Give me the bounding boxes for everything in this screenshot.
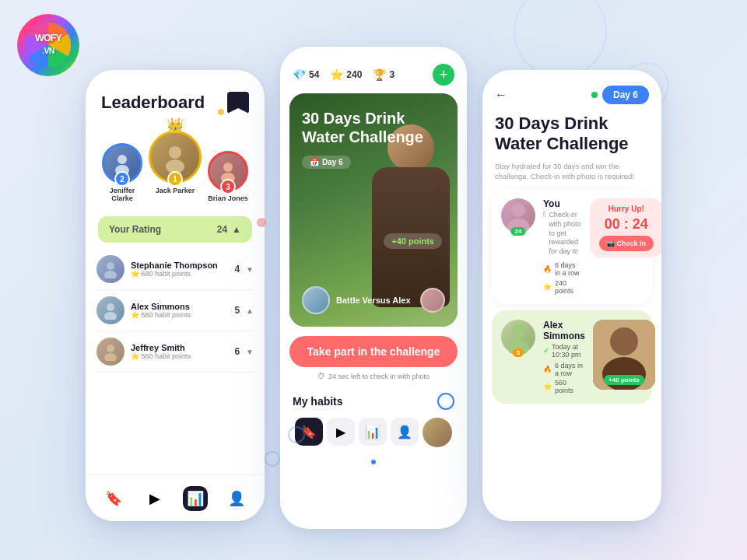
hurry-card: Hurry Up! 00 : 24 📷 Check In: [590, 198, 661, 257]
svg-point-12: [104, 312, 117, 320]
battle-row: Battle Versus Alex: [302, 286, 445, 314]
lb-rank-1: 4: [234, 264, 240, 275]
habit-icon-3[interactable]: 📊: [359, 418, 387, 446]
lb-avatar-1: [96, 255, 124, 283]
habits-section: My habits: [280, 387, 467, 410]
alex-photo: +40 points: [593, 320, 655, 390]
avatar-3rd: 3: [208, 151, 248, 191]
chevron-down-icon: ▼: [246, 265, 254, 274]
challenge-card-title: 30 Days DrinkWater Challenge: [302, 109, 445, 146]
lb-points-1: ⭐ 680 habit points: [131, 270, 228, 278]
rank-badge-2: 2: [114, 171, 130, 187]
svg-point-9: [107, 262, 114, 270]
take-challenge-label: Take part in the challenge: [307, 345, 440, 358]
trophy-stat: 🏆 3: [373, 68, 395, 81]
svg-point-13: [107, 345, 114, 352]
alex-stats: 🔥6 days in a row ⭐560 points: [543, 362, 585, 394]
detail-challenge-desc: Stay hydrated for 30 days and win the ch…: [482, 158, 661, 190]
add-button[interactable]: +: [433, 64, 454, 86]
rank-badge-1: 1: [167, 171, 183, 187]
lb-rank-2: 5: [234, 305, 240, 316]
nav-profile-icon[interactable]: 👤: [224, 486, 249, 511]
decor-circle-outline: [288, 426, 305, 443]
habits-icons-row: 🔖 ▶ 📊 👤: [280, 410, 467, 455]
checkin-button[interactable]: 📷 Check In: [599, 236, 654, 251]
rank-badge-3: 3: [220, 179, 236, 194]
chevron-up-icon: ▲: [232, 224, 241, 235]
your-rating-bar: Your Rating 24 ▲: [98, 216, 252, 243]
lb-name-3: Jeffrey Smith: [131, 343, 228, 352]
chevron-down-icon: ▼: [246, 348, 254, 356]
top-bar: 💎 54 ⭐ 240 🏆 3 +: [280, 47, 467, 93]
diamond-count: 54: [309, 69, 319, 80]
svg-point-11: [107, 303, 114, 311]
challenge-card[interactable]: 30 Days DrinkWater Challenge 📅 Day 6 +40…: [289, 93, 458, 327]
your-rating-score: 24: [217, 224, 227, 235]
leaderboard-phone: Leaderboard 2 JenifferClarke 👑: [86, 70, 265, 521]
podium-item-1st: 👑 1 Jack Parker: [149, 131, 202, 194]
svg-point-5: [169, 146, 181, 159]
podium-name-3: Brian Jones: [208, 194, 248, 202]
bookmark-icon[interactable]: [227, 92, 249, 114]
app-logo: WOFY .VN: [17, 14, 79, 76]
svg-point-10: [104, 271, 117, 278]
svg-text:WOFY: WOFY: [35, 33, 62, 44]
trophy-count: 3: [389, 69, 395, 80]
podium-name-2: JenifferClarke: [110, 187, 135, 202]
my-habits-title: My habits: [293, 395, 343, 408]
avatar-2nd: 2: [102, 143, 142, 184]
back-button[interactable]: ←: [495, 88, 507, 102]
svg-point-15: [511, 203, 525, 217]
habit-icon-5[interactable]: [423, 418, 452, 447]
day-badge-middle: 📅 Day 6: [302, 156, 351, 169]
you-stats: 🔥6 days in a row ⭐240 points: [543, 261, 582, 295]
nav-chart-icon[interactable]: 📊: [183, 486, 208, 511]
challenge-feed-phone: 💎 54 ⭐ 240 🏆 3 +: [280, 47, 467, 529]
nav-bookmark-icon[interactable]: 🔖: [101, 486, 126, 511]
lb-points-2: ⭐ 560 habit points: [131, 311, 228, 319]
leaderboard-header: Leaderboard: [86, 70, 265, 123]
you-rank-badge: 24: [511, 227, 526, 236]
checkin-label: Check In: [617, 240, 647, 247]
svg-point-3: [117, 155, 127, 164]
habits-circle-icon[interactable]: [437, 393, 454, 410]
alex-points-badge: +40 points: [604, 375, 644, 385]
lb-name-2: Alex Simmons: [131, 302, 228, 311]
lb-rank-3: 6: [234, 346, 240, 357]
list-item[interactable]: Alex Simmons ⭐ 560 habit points 5 ▲: [96, 290, 254, 331]
podium: 2 JenifferClarke 👑 1 Jack Parker: [86, 123, 265, 210]
battle-avatar-1: [302, 286, 330, 314]
take-challenge-button[interactable]: Take part in the challenge: [289, 336, 458, 367]
your-rating-label: Your Rating: [109, 224, 161, 235]
svg-point-20: [610, 327, 638, 355]
challenge-sub-text: ⏱ 24 sec left to check in with photo: [280, 372, 467, 380]
you-checkin: Check-in with photo to get rewarded for …: [543, 211, 582, 256]
alex-rank-badge: 5: [513, 348, 524, 357]
decor-red-dot: [257, 218, 266, 227]
alex-section: 5 Alex Simmons ✓ Today at 10:30 pm 🔥6 da…: [492, 310, 652, 404]
list-item[interactable]: Stephanie Thompson ⭐ 680 habit points 4 …: [96, 249, 254, 290]
leaderboard-title: Leaderboard: [101, 93, 205, 113]
habit-icon-4[interactable]: 👤: [391, 418, 419, 446]
habit-icon-2[interactable]: ▶: [327, 418, 355, 446]
scroll-dots: [280, 455, 467, 469]
day6-badge: Day 6: [602, 86, 649, 104]
hurry-title: Hurry Up!: [599, 205, 654, 213]
svg-point-14: [104, 353, 117, 361]
star-count: 240: [346, 69, 362, 80]
alex-name: Alex Simmons: [543, 320, 585, 341]
list-item[interactable]: Jeffrey Smith ⭐ 560 habit points 6 ▼: [96, 331, 254, 373]
alex-info: Alex Simmons ✓ Today at 10:30 pm 🔥6 days…: [543, 320, 585, 394]
podium-item-2nd: 2 JenifferClarke: [102, 143, 142, 202]
you-avatar: 24: [501, 198, 535, 233]
you-info: You Check-in with photo to get rewarded …: [543, 198, 582, 294]
bottom-nav: 🔖 ▶ 📊 👤: [86, 474, 265, 521]
nav-video-icon[interactable]: ▶: [142, 486, 167, 511]
challenge-detail-phone: ← Day 6 30 Days DrinkWater Challenge Sta…: [482, 70, 661, 521]
diamond-stat: 💎 54: [293, 68, 319, 81]
top-nav: ← Day 6: [482, 70, 661, 110]
phones-container: Leaderboard 2 JenifferClarke 👑: [86, 47, 661, 529]
svg-text:.VN: .VN: [43, 46, 54, 55]
crown-icon: 👑: [167, 117, 184, 134]
detail-challenge-title: 30 Days DrinkWater Challenge: [482, 110, 661, 158]
